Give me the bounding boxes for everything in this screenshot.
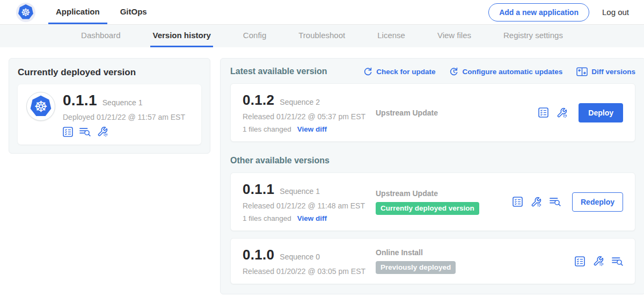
released-date: Released 01/20/22 @ 03:05 pm EST <box>243 267 376 276</box>
subnav-tab-dashboard[interactable]: Dashboard <box>79 25 122 47</box>
subnav-tab-label: Registry settings <box>503 31 563 40</box>
check-for-update-link[interactable]: Check for update <box>363 67 435 76</box>
tab-application-label: Application <box>56 7 100 16</box>
sequence-label: Sequence 0 <box>280 252 320 261</box>
app-header: ☸ Application GitOps Add a new applicati… <box>0 0 644 25</box>
subnav-tab-label: Dashboard <box>81 31 120 40</box>
subnav-tab-troubleshoot[interactable]: Troubleshoot <box>296 25 347 47</box>
preflight-checks-icon[interactable] <box>538 107 548 118</box>
subnav-tab-view-files[interactable]: View files <box>435 25 473 47</box>
sequence-label: Sequence 1 <box>280 187 320 196</box>
version-row-actions <box>575 256 623 266</box>
source-label: Upstream Update <box>376 189 513 198</box>
sequence-label: Sequence 2 <box>280 98 320 106</box>
deploy-logs-icon[interactable] <box>612 256 623 266</box>
subnav-tab-label: View files <box>437 31 471 40</box>
add-application-button[interactable]: Add a new application <box>488 3 589 21</box>
diff-versions-link[interactable]: Diff versions <box>576 67 635 76</box>
app-logo[interactable]: ☸ <box>16 3 35 22</box>
subnav-tab-label: License <box>377 31 405 40</box>
tab-gitops-label: GitOps <box>120 7 147 16</box>
preflight-checks-icon[interactable] <box>575 256 585 266</box>
version-source: Upstream Update <box>376 109 513 117</box>
preflight-checks-icon[interactable] <box>513 197 523 207</box>
version-row-0-1-0: 0.1.0 Sequence 0 Released 01/20/22 @ 03:… <box>230 238 635 284</box>
version-info: 0.1.2 Sequence 2 Released 01/21/22 @ 05:… <box>243 92 376 133</box>
version-source: Upstream Update Currently deployed versi… <box>376 189 513 215</box>
previously-deployed-badge: Previously deployed <box>376 261 456 274</box>
app-icon-ring: ☸ <box>26 92 55 121</box>
currently-deployed-badge: Currently deployed version <box>376 202 479 215</box>
configure-automatic-updates-link[interactable]: Configure automatic updates <box>449 67 562 76</box>
latest-version-header: Latest available version Check for updat… <box>230 67 635 76</box>
check-for-update-label: Check for update <box>376 68 435 76</box>
released-date: Released 01/21/22 @ 05:37 pm EST <box>243 112 376 121</box>
version-row-actions: Redeploy <box>513 192 623 212</box>
version-history-panel: Latest available version Check for updat… <box>220 58 644 294</box>
other-versions-title: Other available versions <box>230 156 635 165</box>
deployed-version-card: ☸ 0.1.1 Sequence 1 Deployed 01/21/22 @ 1… <box>18 84 201 145</box>
edit-config-wrench-icon[interactable] <box>97 126 108 137</box>
edit-config-wrench-icon[interactable] <box>531 197 541 207</box>
edit-config-wrench-icon[interactable] <box>557 107 567 118</box>
files-changed-label: 1 files changed <box>243 214 291 222</box>
version-number: 0.1.1 <box>243 181 274 198</box>
app-subnav: Dashboard Version history Config Trouble… <box>0 25 644 47</box>
deploy-logs-icon[interactable] <box>79 127 91 137</box>
subnav-tab-label: Troubleshoot <box>298 31 345 40</box>
currently-deployed-panel: Currently deployed version ☸ 0.1.1 Seque… <box>9 58 210 154</box>
view-diff-link[interactable]: View diff <box>297 214 327 222</box>
deployed-actions <box>63 126 185 137</box>
kubernetes-app-icon: ☸ <box>30 95 53 118</box>
subnav-tab-registry-settings[interactable]: Registry settings <box>501 25 565 47</box>
tab-gitops[interactable]: GitOps <box>113 0 155 24</box>
redeploy-button[interactable]: Redeploy <box>572 192 623 212</box>
kubernetes-logo-icon: ☸ <box>18 4 34 20</box>
deployed-version-details: 0.1.1 Sequence 1 Deployed 01/21/22 @ 11:… <box>63 92 185 137</box>
deploy-button[interactable]: Deploy <box>579 103 623 122</box>
refresh-icon <box>363 67 372 76</box>
clock-refresh-icon <box>449 67 458 76</box>
header-right: Add a new application Log out <box>488 3 629 21</box>
version-info: 0.1.1 Sequence 1 Released 01/21/22 @ 11:… <box>243 181 376 222</box>
version-info: 0.1.0 Sequence 0 Released 01/20/22 @ 03:… <box>243 247 376 276</box>
released-date: Released 01/21/22 @ 11:48 am EST <box>243 201 376 210</box>
subnav-tab-label: Version history <box>152 31 210 40</box>
files-changed-label: 1 files changed <box>243 125 291 133</box>
subnav-tab-version-history[interactable]: Version history <box>150 25 213 47</box>
deployed-date: Deployed 01/21/22 @ 11:57 am EST <box>63 113 185 121</box>
preflight-checks-icon[interactable] <box>63 127 73 137</box>
version-row-0-1-2: 0.1.2 Sequence 2 Released 01/21/22 @ 05:… <box>230 83 635 142</box>
version-row-actions: Deploy <box>538 103 623 122</box>
diff-icon <box>576 67 588 76</box>
header-tabs: Application GitOps <box>48 0 160 24</box>
subnav-tab-config[interactable]: Config <box>241 25 268 47</box>
version-number: 0.1.2 <box>243 92 274 109</box>
version-source: Online Install Previously deployed <box>376 248 513 274</box>
version-actions: Check for update Configure automatic upd… <box>363 67 635 76</box>
deploy-logs-icon[interactable] <box>550 197 561 207</box>
subnav-tab-label: Config <box>243 31 266 40</box>
deployed-version-number: 0.1.1 <box>63 92 97 109</box>
tab-application[interactable]: Application <box>48 0 107 24</box>
configure-automatic-updates-label: Configure automatic updates <box>462 68 562 76</box>
view-diff-link[interactable]: View diff <box>297 125 327 133</box>
diff-versions-label: Diff versions <box>591 68 635 76</box>
version-number: 0.1.0 <box>243 247 274 263</box>
logout-link[interactable]: Log out <box>602 8 629 17</box>
source-label: Online Install <box>376 248 513 257</box>
version-row-0-1-1: 0.1.1 Sequence 1 Released 01/21/22 @ 11:… <box>230 172 635 231</box>
currently-deployed-title: Currently deployed version <box>18 67 201 78</box>
latest-version-title: Latest available version <box>230 67 327 76</box>
deployed-sequence-label: Sequence 1 <box>103 98 143 107</box>
main-content: Currently deployed version ☸ 0.1.1 Seque… <box>0 47 644 294</box>
subnav-tab-license[interactable]: License <box>375 25 407 47</box>
source-label: Upstream Update <box>376 109 513 117</box>
edit-config-wrench-icon[interactable] <box>593 256 604 266</box>
